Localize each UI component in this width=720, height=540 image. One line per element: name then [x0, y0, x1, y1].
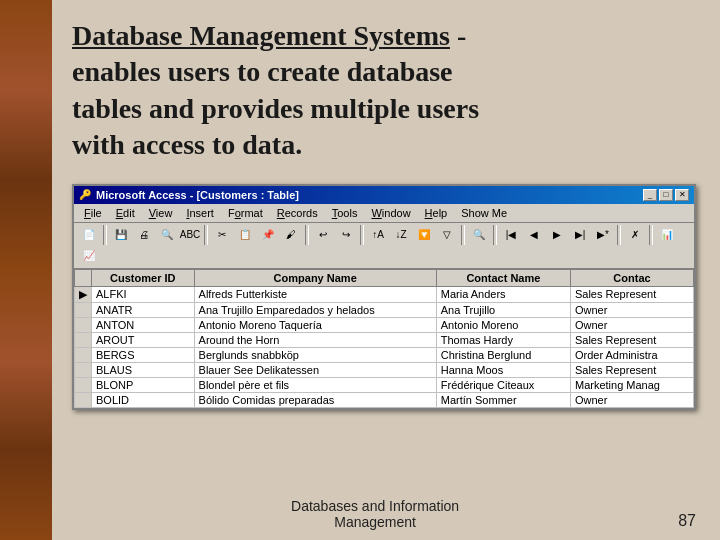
- toolbar-new-rec[interactable]: ▶*: [592, 225, 614, 245]
- toolbar-copy[interactable]: 📋: [234, 225, 256, 245]
- cell-role: Sales Represent: [570, 286, 693, 302]
- cell-contact: Hanna Moos: [436, 362, 570, 377]
- menu-records[interactable]: Records: [271, 206, 324, 220]
- title-section: Database Management Systems - enables us…: [72, 18, 696, 164]
- toolbar-format-painter[interactable]: 🖌: [280, 225, 302, 245]
- window-titlebar: 🔑 Microsoft Access - [Customers : Table]…: [74, 186, 694, 204]
- row-selector: [75, 362, 92, 377]
- toolbar-sort-desc[interactable]: ↓Z: [390, 225, 412, 245]
- menu-edit[interactable]: Edit: [110, 206, 141, 220]
- col-selector-header: [75, 269, 92, 286]
- cell-role: Order Administra: [570, 347, 693, 362]
- menu-showme[interactable]: Show Me: [455, 206, 513, 220]
- maximize-button[interactable]: □: [659, 189, 673, 201]
- window-icon: 🔑: [79, 189, 91, 200]
- cell-company: Blauer See Delikatessen: [194, 362, 436, 377]
- toolbar-nav1[interactable]: |◀: [500, 225, 522, 245]
- toolbar-save[interactable]: 💾: [110, 225, 132, 245]
- cell-company: Around the Horn: [194, 332, 436, 347]
- cell-company: Bólido Comidas preparadas: [194, 392, 436, 407]
- toolbar-filter[interactable]: 🔽: [413, 225, 435, 245]
- toolbar-print[interactable]: 🖨: [133, 225, 155, 245]
- menu-file[interactable]: File: [78, 206, 108, 220]
- cell-contact: Christina Berglund: [436, 347, 570, 362]
- menu-tools[interactable]: Tools: [326, 206, 364, 220]
- table-row[interactable]: BOLIDBólido Comidas preparadasMartín Som…: [75, 392, 694, 407]
- table-row[interactable]: BERGSBerglunds snabbköpChristina Berglun…: [75, 347, 694, 362]
- customers-table: Customer ID Company Name Contact Name Co…: [74, 269, 694, 408]
- toolbar-filter-apply[interactable]: ▽: [436, 225, 458, 245]
- row-selector: [75, 377, 92, 392]
- cell-id: BLONP: [92, 377, 195, 392]
- page-number: 87: [678, 512, 696, 530]
- subtitle-line2: tables and provides multiple users: [72, 91, 696, 127]
- toolbar-new[interactable]: 📄: [78, 225, 100, 245]
- toolbar-nav3[interactable]: ▶: [546, 225, 568, 245]
- toolbar-sep1: [103, 225, 107, 245]
- subtitle-line1: enables users to create database: [72, 54, 696, 90]
- cell-id: ANATR: [92, 302, 195, 317]
- toolbar-sep5: [461, 225, 465, 245]
- toolbar-find[interactable]: 🔍: [468, 225, 490, 245]
- cell-contact: Maria Anders: [436, 286, 570, 302]
- toolbar-extra[interactable]: 📊: [656, 225, 678, 245]
- toolbar-delete[interactable]: ✗: [624, 225, 646, 245]
- toolbar-undo[interactable]: ↩: [312, 225, 334, 245]
- row-selector: [75, 317, 92, 332]
- page-title: Database Management Systems -: [72, 18, 696, 54]
- main-content-area: Database Management Systems - enables us…: [52, 0, 720, 540]
- minimize-button[interactable]: _: [643, 189, 657, 201]
- cell-id: BOLID: [92, 392, 195, 407]
- menu-window[interactable]: Window: [365, 206, 416, 220]
- row-selector: ▶: [75, 286, 92, 302]
- toolbar-sort-asc[interactable]: ↑A: [367, 225, 389, 245]
- toolbar-preview[interactable]: 🔍: [156, 225, 178, 245]
- cell-role: Sales Represent: [570, 362, 693, 377]
- toolbar-sep8: [649, 225, 653, 245]
- menu-bar: File Edit View Insert Format Records Too…: [74, 204, 694, 223]
- cell-company: Blondel père et fils: [194, 377, 436, 392]
- menu-help[interactable]: Help: [419, 206, 454, 220]
- cell-contact: Frédérique Citeaux: [436, 377, 570, 392]
- cell-id: BLAUS: [92, 362, 195, 377]
- menu-format[interactable]: Format: [222, 206, 269, 220]
- title-continuation: -: [450, 20, 466, 51]
- toolbar-sep3: [305, 225, 309, 245]
- cell-role: Sales Represent: [570, 332, 693, 347]
- menu-view[interactable]: View: [143, 206, 179, 220]
- cell-role: Owner: [570, 392, 693, 407]
- col-contact-name: Contact Name: [436, 269, 570, 286]
- toolbar-extra2[interactable]: 📈: [78, 246, 100, 266]
- close-button[interactable]: ✕: [675, 189, 689, 201]
- toolbar-cut[interactable]: ✂: [211, 225, 233, 245]
- toolbar: 📄 💾 🖨 🔍 ABC ✂ 📋 📌 🖌 ↩ ↪ ↑A ↓Z 🔽 ▽: [74, 223, 694, 269]
- subtitle-line3: with access to data.: [72, 127, 696, 163]
- row-selector: [75, 347, 92, 362]
- toolbar-nav4[interactable]: ▶|: [569, 225, 591, 245]
- toolbar-sep6: [493, 225, 497, 245]
- access-window: 🔑 Microsoft Access - [Customers : Table]…: [72, 184, 696, 410]
- toolbar-redo[interactable]: ↪: [335, 225, 357, 245]
- table-row[interactable]: AROUTAround the HornThomas HardySales Re…: [75, 332, 694, 347]
- cell-company: Antonio Moreno Taquería: [194, 317, 436, 332]
- toolbar-nav2[interactable]: ◀: [523, 225, 545, 245]
- toolbar-spell[interactable]: ABC: [179, 225, 201, 245]
- toolbar-paste[interactable]: 📌: [257, 225, 279, 245]
- table-row[interactable]: ANATRAna Trujillo Emparedados y heladosA…: [75, 302, 694, 317]
- menu-insert[interactable]: Insert: [180, 206, 220, 220]
- title-underlined: Database Management Systems: [72, 20, 450, 51]
- window-controls[interactable]: _ □ ✕: [643, 189, 689, 201]
- footer-text-bottom: Management: [72, 514, 678, 530]
- left-decorative-border: [0, 0, 52, 540]
- table-row[interactable]: ANTONAntonio Moreno TaqueríaAntonio More…: [75, 317, 694, 332]
- table-row[interactable]: BLONPBlondel père et filsFrédérique Cite…: [75, 377, 694, 392]
- row-selector: [75, 302, 92, 317]
- cell-role: Marketing Manag: [570, 377, 693, 392]
- table-row[interactable]: BLAUSBlauer See DelikatessenHanna MoosSa…: [75, 362, 694, 377]
- toolbar-sep4: [360, 225, 364, 245]
- cell-id: ANTON: [92, 317, 195, 332]
- cell-id: AROUT: [92, 332, 195, 347]
- cell-id: ALFKI: [92, 286, 195, 302]
- table-container: Customer ID Company Name Contact Name Co…: [74, 269, 694, 408]
- table-row[interactable]: ▶ALFKIAlfreds FutterkisteMaria AndersSal…: [75, 286, 694, 302]
